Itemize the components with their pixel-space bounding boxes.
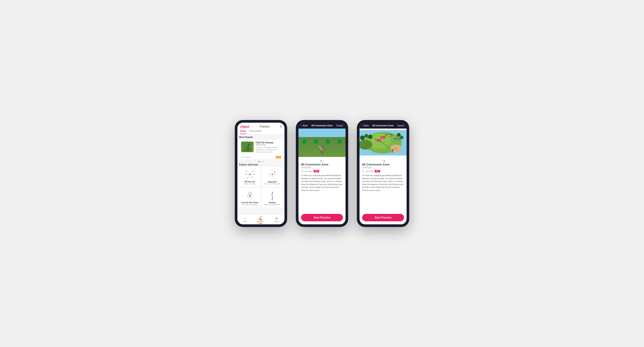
p3-drill-shots-row: 🕐 20 shots ARG bbox=[362, 170, 404, 172]
p3-back-button[interactable]: < Back bbox=[362, 124, 369, 127]
drill-thumbnail bbox=[241, 141, 254, 152]
drill-detail-name: 6ft Conversion Zone bbox=[301, 163, 328, 166]
dot-3 bbox=[262, 161, 264, 162]
p2-bottom-area: Start Practice bbox=[298, 209, 346, 224]
drill-category-badge: ARG bbox=[314, 170, 319, 172]
skill-card-ott[interactable]: Off The Tee Power accuracy bbox=[239, 167, 260, 187]
svg-text:Miss: Miss bbox=[382, 137, 384, 138]
skill-card-atg[interactable]: Around The Green Hone your short game bbox=[239, 188, 260, 207]
drill-subtitle: Off The Tee bbox=[256, 144, 274, 146]
menu-icon[interactable]: ≡ bbox=[280, 125, 282, 128]
p3-img-dot-2 bbox=[384, 160, 385, 162]
img-dot-1 bbox=[320, 160, 322, 162]
p3-drill-detail-content: 6ft Conversion Zone 10-50 yds ☆ 🕐 20 sho… bbox=[360, 157, 406, 209]
home-icon: ⌂ bbox=[244, 216, 246, 220]
detail-favorite-icon[interactable]: ☆ bbox=[340, 163, 343, 166]
shots-label: 🕐 10 shots bbox=[241, 156, 250, 158]
skill-desc-approach: Dial-in to hit the green bbox=[264, 183, 280, 185]
svg-point-45 bbox=[360, 136, 365, 140]
p3-start-practice-button[interactable]: Start Practice bbox=[362, 214, 404, 221]
svg-line-15 bbox=[250, 174, 252, 178]
p3-detail-favorite-icon[interactable]: ☆ bbox=[402, 163, 404, 166]
p3-drill-detail-name: 6ft Conversion Zone bbox=[362, 163, 390, 166]
svg-point-27 bbox=[274, 172, 275, 173]
nav-home[interactable]: ⌂ Home bbox=[243, 216, 247, 223]
drill-badge: OTT bbox=[276, 156, 281, 158]
cancel-button[interactable]: Cancel bbox=[336, 124, 343, 127]
svg-text:Hit: Hit bbox=[378, 140, 380, 141]
svg-point-20 bbox=[247, 177, 248, 178]
p3-drill-category-badge: ARG bbox=[374, 170, 380, 172]
svg-line-14 bbox=[248, 174, 250, 178]
most-popular-label: Most Popular bbox=[239, 136, 283, 138]
drill-detail-description: 20 shots are randomly generated at dista… bbox=[301, 174, 343, 192]
p3-clock-icon: 🕐 bbox=[362, 170, 364, 172]
svg-point-32 bbox=[248, 193, 249, 193]
screen-title: 6ft Conversion Zone bbox=[312, 124, 333, 127]
svg-line-10 bbox=[246, 171, 250, 174]
ott-icon-svg bbox=[243, 169, 256, 180]
skill-card-approach[interactable]: Approach Dial-in to hit the green bbox=[262, 167, 283, 187]
favorite-star-icon[interactable]: ☆ bbox=[278, 141, 281, 144]
activities-icon: ⛳ bbox=[258, 216, 262, 220]
tree-1: 🌲 bbox=[301, 138, 308, 144]
svg-line-11 bbox=[250, 171, 253, 174]
svg-point-35 bbox=[272, 192, 273, 194]
drill-shots-row: 🕐 20 shots ARG bbox=[301, 170, 343, 172]
skill-card-putting[interactable]: Putting Make and lag practice bbox=[262, 188, 283, 207]
p3-drill-detail-range: 10-50 yds bbox=[362, 166, 390, 169]
drill-info: Find The Fairway Off The Tee ☆ Create an… bbox=[256, 141, 281, 153]
explore-label: Explore skill areas bbox=[239, 163, 283, 166]
capture-icon: ⊕ bbox=[275, 216, 278, 220]
skill-name-putting: Putting bbox=[269, 201, 276, 204]
nav-activities[interactable]: ⛳ Activities bbox=[257, 216, 263, 223]
back-button[interactable]: < Back bbox=[301, 124, 308, 127]
drill-detail-range: 10-50 yds bbox=[301, 166, 328, 169]
image-carousel-dots bbox=[301, 160, 343, 162]
tree-3: 🌲 bbox=[324, 138, 331, 144]
app-logo: clippd bbox=[240, 125, 249, 128]
nav-home-label: Home bbox=[243, 221, 247, 222]
featured-drill-card[interactable]: Find The Fairway Off The Tee ☆ Create an… bbox=[239, 140, 283, 159]
svg-point-47 bbox=[368, 135, 372, 139]
nav-activities-label: Activities bbox=[257, 221, 263, 222]
p2-header: < Back 6ft Conversion Zone Cancel bbox=[298, 123, 346, 129]
start-practice-button[interactable]: Start Practice bbox=[301, 214, 343, 221]
page-title: Practice bbox=[260, 125, 269, 128]
dot-1 bbox=[258, 161, 260, 162]
p3-cancel-button[interactable]: Cancel bbox=[397, 124, 404, 127]
tree-2: 🌲 bbox=[313, 138, 320, 144]
svg-point-37 bbox=[272, 196, 273, 197]
tab-drills[interactable]: Drills bbox=[240, 130, 246, 134]
img-dot-2 bbox=[323, 160, 324, 162]
svg-text:FAIRWAY: FAIRWAY bbox=[386, 135, 391, 136]
svg-point-17 bbox=[253, 171, 254, 172]
skills-grid: Off The Tee Power accuracy bbox=[239, 167, 283, 207]
skill-icon-approach bbox=[266, 169, 279, 180]
skill-name-ott: Off The Tee bbox=[244, 181, 255, 183]
svg-point-18 bbox=[245, 174, 246, 175]
trees-decoration: 🌲 🌲 🌲 🌲 bbox=[298, 129, 346, 144]
svg-point-59 bbox=[392, 150, 393, 151]
drill-map-image: Hit Miss FAIRWAY ROUGH SAND bbox=[360, 129, 406, 157]
tree-4: 🌲 bbox=[336, 138, 343, 144]
skill-desc-atg: Hone your short game bbox=[242, 204, 258, 206]
drill-title: Find The Fairway bbox=[256, 141, 274, 144]
svg-point-8 bbox=[245, 148, 246, 149]
p3-bottom-area: Start Practice bbox=[360, 209, 406, 224]
golf-thumbnail-svg bbox=[242, 142, 253, 152]
nav-capture[interactable]: ⊕ Capture bbox=[274, 216, 279, 223]
svg-point-21 bbox=[252, 177, 252, 178]
phones-container: clippd Practice ≡ Drills Favourites Most… bbox=[235, 120, 409, 227]
svg-text:ROUGH: ROUGH bbox=[396, 139, 400, 140]
svg-point-36 bbox=[272, 195, 272, 196]
phone-3: < Back 6ft Conversion Zone Cancel bbox=[357, 120, 409, 227]
clock-icon-detail: 🕐 bbox=[301, 170, 304, 172]
carousel-dots bbox=[239, 161, 283, 162]
drill-detail-content: 6ft Conversion Zone 10-50 yds ☆ 🕐 20 sho… bbox=[298, 157, 346, 209]
clock-icon: 🕐 bbox=[241, 156, 243, 158]
drill-hero-image: 🌲 🌲 🌲 🌲 🏌️ bbox=[298, 129, 346, 157]
svg-point-2 bbox=[248, 144, 249, 145]
svg-text:SAND: SAND bbox=[394, 148, 398, 150]
tab-favourites[interactable]: Favourites bbox=[250, 130, 262, 134]
